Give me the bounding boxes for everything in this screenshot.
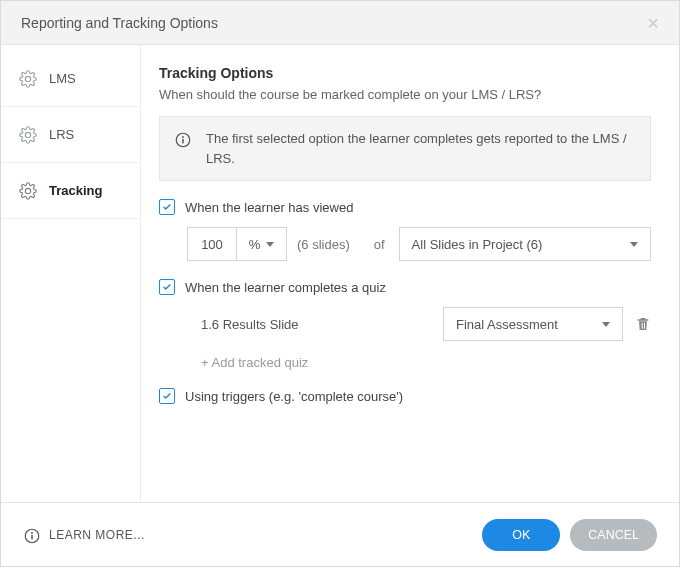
of-label: of [374,237,385,252]
chevron-down-icon [602,322,610,327]
sidebar-item-lrs[interactable]: LRS [1,107,140,163]
dialog-body: LMS LRS Tracking Tracking Options When s… [1,45,679,502]
info-box: The first selected option the learner co… [159,116,651,181]
footer: LEARN MORE... OK CANCEL [1,502,679,566]
viewed-count-hint: (6 slides) [297,237,350,252]
chevron-down-icon [630,242,638,247]
gear-icon [19,126,37,144]
sidebar-item-tracking[interactable]: Tracking [1,163,140,219]
dialog-title: Reporting and Tracking Options [21,15,643,31]
gear-icon [19,70,37,88]
option-triggers-label: Using triggers (e.g. 'complete course') [185,389,403,404]
svg-point-4 [31,532,33,534]
titlebar: Reporting and Tracking Options × [1,1,679,45]
sidebar-item-lms[interactable]: LMS [1,51,140,107]
sidebar: LMS LRS Tracking [1,45,141,502]
cancel-button[interactable]: CANCEL [570,519,657,551]
option-viewed: When the learner has viewed [159,199,651,215]
sidebar-item-label: LMS [49,71,76,86]
viewed-amount-input[interactable] [187,227,237,261]
info-icon [23,527,41,545]
viewed-controls: % (6 slides) of All Slides in Project (6… [159,227,651,261]
svg-rect-5 [31,534,33,539]
learn-more-link[interactable]: LEARN MORE... [23,525,145,545]
viewed-unit-select[interactable]: % [237,227,287,261]
section-title: Tracking Options [159,65,651,81]
svg-point-1 [182,136,184,138]
chevron-down-icon [266,242,274,247]
option-quiz-label: When the learner completes a quiz [185,280,386,295]
option-triggers: Using triggers (e.g. 'complete course') [159,388,651,404]
quiz-select-label: Final Assessment [456,317,558,332]
check-icon [162,391,172,401]
info-icon [174,131,192,149]
sidebar-item-label: LRS [49,127,74,142]
option-viewed-label: When the learner has viewed [185,200,353,215]
info-text: The first selected option the learner co… [206,129,636,168]
svg-rect-2 [182,139,184,144]
checkbox-quiz[interactable] [159,279,175,295]
sidebar-item-label: Tracking [49,183,102,198]
quiz-controls: 1.6 Results Slide Final Assessment + Add… [159,307,651,370]
dialog: Reporting and Tracking Options × LMS LRS… [0,0,680,567]
checkbox-triggers[interactable] [159,388,175,404]
viewed-scope-label: All Slides in Project (6) [412,237,543,252]
gear-icon [19,182,37,200]
viewed-unit-label: % [249,237,261,252]
viewed-scope-select[interactable]: All Slides in Project (6) [399,227,651,261]
checkbox-viewed[interactable] [159,199,175,215]
section-subtitle: When should the course be marked complet… [159,87,651,102]
check-icon [162,282,172,292]
learn-more-label: LEARN MORE... [49,528,145,542]
quiz-item-label: 1.6 Results Slide [201,317,299,332]
main-panel: Tracking Options When should the course … [141,45,679,502]
close-icon[interactable]: × [643,9,663,37]
check-icon [162,202,172,212]
add-tracked-quiz[interactable]: + Add tracked quiz [187,355,651,370]
ok-button[interactable]: OK [482,519,560,551]
option-quiz: When the learner completes a quiz [159,279,651,295]
quiz-select[interactable]: Final Assessment [443,307,623,341]
trash-icon[interactable] [635,316,651,332]
